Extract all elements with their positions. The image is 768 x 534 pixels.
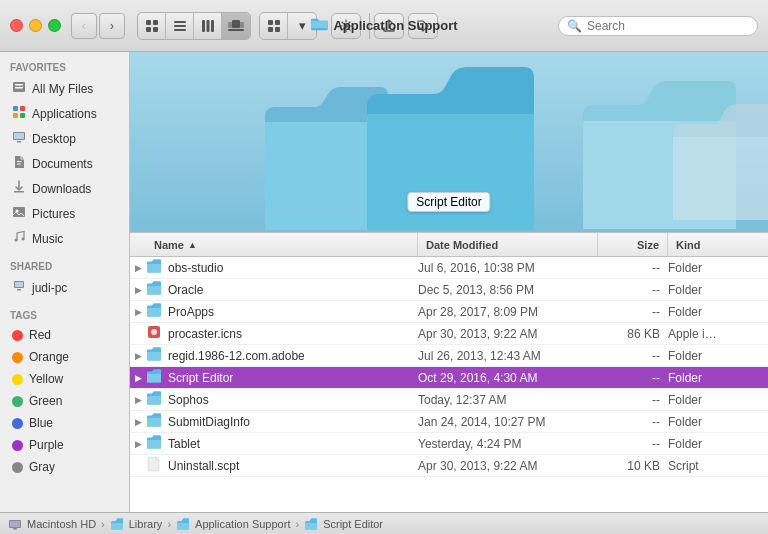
sidebar-item-pictures[interactable]: Pictures bbox=[4, 202, 125, 225]
sidebar-item-green[interactable]: Green bbox=[4, 391, 125, 411]
file-kind: Folder bbox=[668, 305, 768, 319]
maximize-button[interactable] bbox=[48, 19, 61, 32]
icon-view-button[interactable] bbox=[138, 13, 166, 39]
column-view-button[interactable] bbox=[194, 13, 222, 39]
breadcrumb-library[interactable]: Library bbox=[110, 518, 163, 530]
breadcrumb-script-editor[interactable]: Script Editor bbox=[304, 518, 383, 530]
file-size: -- bbox=[598, 349, 668, 363]
svg-rect-16 bbox=[268, 27, 273, 32]
file-list-container: Name ▲ Date Modified Size Kind ▶ obs-stu… bbox=[130, 232, 768, 512]
coverflow-view-button[interactable] bbox=[222, 13, 250, 39]
documents-icon bbox=[12, 155, 26, 172]
svg-rect-8 bbox=[206, 20, 209, 32]
table-row[interactable]: ▶ obs-studio Jul 6, 2016, 10:38 PM -- Fo… bbox=[130, 257, 768, 279]
file-rows: ▶ obs-studio Jul 6, 2016, 10:38 PM -- Fo… bbox=[130, 257, 768, 477]
file-size: -- bbox=[598, 415, 668, 429]
sidebar-item-purple[interactable]: Purple bbox=[4, 435, 125, 455]
breadcrumb-hd-label: Macintosh HD bbox=[27, 518, 96, 530]
pictures-icon bbox=[12, 205, 26, 222]
table-row[interactable]: ▶ ProApps Apr 28, 2017, 8:09 PM -- Folde… bbox=[130, 301, 768, 323]
gray-tag-dot bbox=[12, 462, 23, 473]
file-icon bbox=[146, 413, 164, 430]
close-button[interactable] bbox=[10, 19, 23, 32]
svg-rect-53 bbox=[111, 523, 123, 530]
name-col-header[interactable]: Name ▲ bbox=[146, 233, 418, 256]
file-kind: Folder bbox=[668, 371, 768, 385]
size-col-header[interactable]: Size bbox=[598, 233, 668, 256]
file-size: 86 KB bbox=[598, 327, 668, 341]
svg-point-36 bbox=[22, 238, 25, 241]
svg-rect-17 bbox=[275, 27, 280, 32]
red-tag-dot bbox=[12, 330, 23, 341]
sidebar-item-blue[interactable]: Blue bbox=[4, 413, 125, 433]
table-row[interactable]: ▶ SubmitDiagInfo Jan 24, 2014, 10:27 PM … bbox=[130, 411, 768, 433]
svg-rect-21 bbox=[15, 84, 23, 86]
far-right-folder bbox=[668, 102, 768, 222]
svg-rect-1 bbox=[153, 20, 158, 25]
table-row[interactable]: ▶ Tablet Yesterday, 4:24 PM -- Folder bbox=[130, 433, 768, 455]
favorites-label: Favorites bbox=[0, 52, 129, 76]
table-row[interactable]: ▶ Sophos Today, 12:37 AM -- Folder bbox=[130, 389, 768, 411]
sidebar-item-judi-pc[interactable]: judi-pc bbox=[4, 276, 125, 299]
sidebar-item-yellow[interactable]: Yellow bbox=[4, 369, 125, 389]
sidebar: Favorites All My Files Applicat bbox=[0, 52, 130, 512]
svg-rect-45 bbox=[147, 352, 161, 361]
view-switcher: ▾ bbox=[137, 12, 317, 40]
breadcrumb-sep-1: › bbox=[101, 518, 105, 530]
sidebar-item-orange[interactable]: Orange bbox=[4, 347, 125, 367]
table-row[interactable]: Uninstall.scpt Apr 30, 2013, 9:22 AM 10 … bbox=[130, 455, 768, 477]
svg-rect-52 bbox=[13, 528, 17, 530]
all-my-files-icon bbox=[12, 80, 26, 97]
arrange-button[interactable] bbox=[260, 13, 288, 39]
folder-row: Script Editor bbox=[130, 52, 768, 232]
main-area: Favorites All My Files Applicat bbox=[0, 52, 768, 512]
purple-tag-dot bbox=[12, 440, 23, 451]
list-view-button[interactable] bbox=[166, 13, 194, 39]
table-row[interactable]: ▶ Oracle Dec 5, 2013, 8:56 PM -- Folder bbox=[130, 279, 768, 301]
sidebar-item-downloads[interactable]: Downloads bbox=[4, 177, 125, 200]
expand-arrow: ▶ bbox=[130, 263, 146, 273]
title-bar: ‹ › bbox=[0, 0, 768, 52]
sidebar-item-all-my-files[interactable]: All My Files bbox=[4, 77, 125, 100]
svg-rect-25 bbox=[13, 113, 18, 118]
expand-arrow: ▶ bbox=[130, 285, 146, 295]
file-date: Jul 6, 2016, 10:38 PM bbox=[418, 261, 598, 275]
sidebar-item-desktop[interactable]: Desktop bbox=[4, 127, 125, 150]
forward-button[interactable]: › bbox=[99, 13, 125, 39]
window-controls bbox=[10, 19, 61, 32]
svg-rect-41 bbox=[147, 286, 161, 295]
file-kind: Folder bbox=[668, 415, 768, 429]
sidebar-item-documents[interactable]: Documents bbox=[4, 152, 125, 175]
table-row[interactable]: procaster.icns Apr 30, 2013, 9:22 AM 86 … bbox=[130, 323, 768, 345]
search-input[interactable] bbox=[587, 19, 749, 33]
svg-rect-26 bbox=[20, 113, 25, 118]
date-col-header[interactable]: Date Modified bbox=[418, 233, 598, 256]
search-icon: 🔍 bbox=[567, 19, 582, 33]
table-row[interactable]: ▶ regid.1986-12.com.adobe Jul 26, 2013, … bbox=[130, 345, 768, 367]
svg-rect-4 bbox=[174, 21, 186, 23]
file-icon bbox=[146, 324, 164, 343]
breadcrumb-hd[interactable]: Macintosh HD bbox=[8, 518, 96, 530]
file-size: -- bbox=[598, 371, 668, 385]
back-button[interactable]: ‹ bbox=[71, 13, 97, 39]
sidebar-all-my-files-label: All My Files bbox=[32, 82, 93, 96]
sidebar-item-music[interactable]: Music bbox=[4, 227, 125, 250]
table-row[interactable]: ▶ Script Editor Oct 29, 2016, 4:30 AM --… bbox=[130, 367, 768, 389]
sidebar-item-applications[interactable]: Applications bbox=[4, 102, 125, 125]
file-name: procaster.icns bbox=[168, 327, 418, 341]
sidebar-item-gray[interactable]: Gray bbox=[4, 457, 125, 477]
breadcrumb-script-editor-label: Script Editor bbox=[323, 518, 383, 530]
sidebar-music-label: Music bbox=[32, 232, 63, 246]
breadcrumb-app-support[interactable]: Application Support bbox=[176, 518, 290, 530]
minimize-button[interactable] bbox=[29, 19, 42, 32]
sidebar-item-red[interactable]: Red bbox=[4, 325, 125, 345]
search-bar[interactable]: 🔍 bbox=[558, 16, 758, 36]
svg-rect-28 bbox=[14, 133, 24, 139]
svg-rect-9 bbox=[211, 20, 214, 32]
svg-rect-14 bbox=[268, 20, 273, 25]
file-name: regid.1986-12.com.adobe bbox=[168, 349, 418, 363]
svg-rect-2 bbox=[146, 27, 151, 32]
file-kind: Script bbox=[668, 459, 768, 473]
svg-rect-12 bbox=[240, 22, 244, 28]
kind-col-header[interactable]: Kind bbox=[668, 233, 768, 256]
